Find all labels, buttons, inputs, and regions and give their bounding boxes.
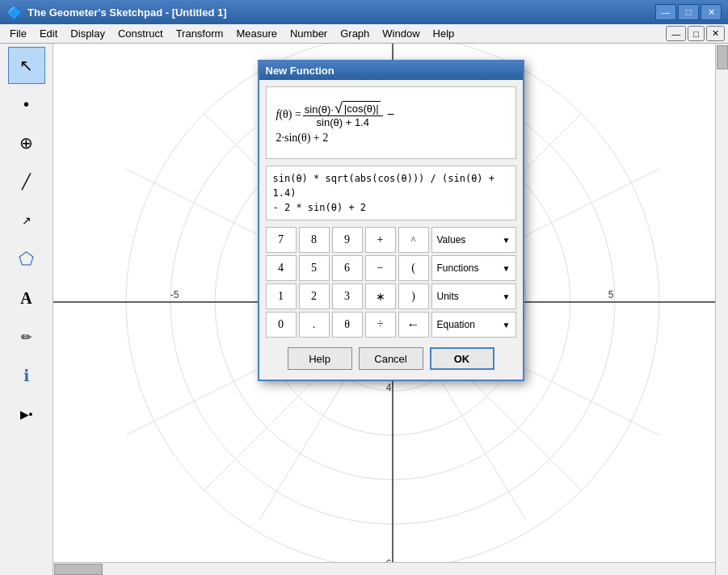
formula-fraction: sin(θ)·√|cos(θ)| sin(θ) + 1.4 — [303, 101, 383, 128]
menu-close-btn[interactable]: ✕ — [706, 26, 725, 41]
toolbar: ↖ • ⊕ ╱ ↗ ⬠ A ✏ ℹ ▶• — [0, 44, 53, 575]
menu-graph[interactable]: Graph — [334, 26, 376, 41]
units-label: Units — [437, 291, 459, 302]
canvas-area: 6 6 5 -5 4 4 1 -1 New Function — [53, 44, 728, 575]
menu-transform[interactable]: Transform — [170, 26, 230, 41]
horizontal-scrollbar[interactable] — [53, 562, 715, 575]
key-8[interactable]: 8 — [299, 227, 330, 253]
point-tool[interactable]: • — [8, 86, 45, 123]
key-theta[interactable]: θ — [332, 312, 363, 338]
pencil-tool[interactable]: ✏ — [8, 318, 45, 355]
ok-button[interactable]: OK — [430, 347, 494, 370]
equation-dropdown[interactable]: Equation ▼ — [431, 312, 516, 338]
minimize-button[interactable]: — — [655, 4, 676, 20]
key-multiply[interactable]: ∗ — [365, 283, 396, 309]
menu-bar-controls: — □ ✕ — [666, 26, 725, 41]
key-dot[interactable]: . — [299, 312, 330, 338]
formula-display: f (θ) = sin(θ)·√|cos(θ)| sin(θ) + 1.4 − — [266, 86, 516, 159]
formula-paren-open: (θ) = — [279, 108, 301, 121]
key-3[interactable]: 3 — [332, 283, 363, 309]
equation-label: Equation — [437, 319, 475, 330]
keypad: 7 8 9 + ^ Values ▼ 4 5 6 − — [266, 227, 516, 338]
functions-label: Functions — [437, 262, 479, 274]
menu-restore-btn[interactable]: □ — [688, 26, 705, 41]
ray-tool[interactable]: ↗ — [8, 202, 45, 239]
text-tool[interactable]: A — [8, 279, 45, 317]
sqrt-wrapper: √|cos(θ)| — [335, 101, 381, 115]
compass-tool[interactable]: ⊕ — [8, 124, 45, 162]
key-paren-open[interactable]: ( — [398, 255, 429, 281]
key-2[interactable]: 2 — [299, 283, 330, 309]
formula-line-1: f (θ) = sin(θ)·√|cos(θ)| sin(θ) + 1.4 − — [276, 101, 506, 128]
maximize-button[interactable]: □ — [678, 4, 699, 20]
key-9[interactable]: 9 — [332, 227, 363, 253]
menu-number[interactable]: Number — [284, 26, 334, 41]
key-power[interactable]: ^ — [398, 227, 429, 253]
dialog-buttons: Help Cancel OK — [266, 344, 516, 373]
values-dropdown[interactable]: Values ▼ — [431, 227, 516, 253]
info-tool[interactable]: ℹ — [8, 357, 45, 394]
line-tool[interactable]: ╱ — [8, 163, 45, 200]
key-divide[interactable]: ÷ — [365, 312, 396, 338]
formula-denominator: sin(θ) + 1.4 — [315, 116, 371, 128]
app-icon: 🔷 — [6, 5, 23, 20]
key-7[interactable]: 7 — [266, 227, 297, 253]
window-title: The Geometer's Sketchpad - [Untitled 1] — [27, 6, 227, 19]
menu-measure[interactable]: Measure — [229, 26, 284, 41]
formula-line-2: 2·sin(θ) + 2 — [276, 132, 506, 145]
dialog-title: New Function — [266, 65, 335, 77]
key-0[interactable]: 0 — [266, 312, 297, 338]
menu-edit[interactable]: Edit — [33, 26, 64, 41]
functions-arrow: ▼ — [503, 264, 511, 273]
key-4[interactable]: 4 — [266, 255, 297, 281]
menu-bar: File Edit Display Construct Transform Me… — [0, 24, 728, 44]
formula-second-term: 2·sin(θ) + 2 — [276, 132, 329, 145]
values-arrow: ▼ — [503, 236, 511, 245]
help-button[interactable]: Help — [288, 347, 352, 370]
formula-minus: − — [387, 107, 394, 122]
new-function-dialog: New Function f (θ) = sin(θ)·√|cos(θ)| — [258, 60, 524, 381]
dialog-overlay: New Function f (θ) = sin(θ)·√|cos(θ)| — [53, 44, 728, 575]
key-5[interactable]: 5 — [299, 255, 330, 281]
polygon-tool[interactable]: ⬠ — [8, 241, 45, 278]
values-label: Values — [437, 234, 466, 246]
close-button[interactable]: ✕ — [701, 4, 722, 20]
expr-text: sin(θ) * sqrt(abs(cos(θ))) / (sin(θ) + 1… — [273, 173, 495, 213]
units-dropdown[interactable]: Units ▼ — [431, 283, 516, 309]
dialog-title-bar: New Function — [259, 61, 523, 80]
units-arrow: ▼ — [503, 292, 511, 301]
dialog-body: f (θ) = sin(θ)·√|cos(θ)| sin(θ) + 1.4 − — [259, 80, 523, 380]
key-6[interactable]: 6 — [332, 255, 363, 281]
menu-construct[interactable]: Construct — [112, 26, 170, 41]
key-1[interactable]: 1 — [266, 283, 297, 309]
menu-help[interactable]: Help — [427, 26, 461, 41]
menu-file[interactable]: File — [3, 26, 33, 41]
key-minus[interactable]: − — [365, 255, 396, 281]
vertical-scrollbar[interactable] — [715, 44, 728, 575]
cancel-button[interactable]: Cancel — [359, 347, 423, 370]
title-bar: 🔷 The Geometer's Sketchpad - [Untitled 1… — [0, 0, 728, 24]
sqrt-content: |cos(θ)| — [343, 101, 381, 115]
functions-dropdown[interactable]: Functions ▼ — [431, 255, 516, 281]
menu-minimize-btn[interactable]: — — [666, 26, 686, 41]
title-bar-controls: — □ ✕ — [655, 4, 722, 20]
key-backspace[interactable]: ← — [398, 312, 429, 338]
more-tool[interactable]: ▶• — [8, 396, 45, 433]
formula-numerator: sin(θ)·√|cos(θ)| — [303, 101, 383, 116]
menu-display[interactable]: Display — [64, 26, 112, 41]
key-plus[interactable]: + — [365, 227, 396, 253]
menu-window[interactable]: Window — [376, 26, 426, 41]
main-area: ↖ • ⊕ ╱ ↗ ⬠ A ✏ ℹ ▶• — [0, 44, 728, 575]
key-paren-close[interactable]: ) — [398, 283, 429, 309]
select-tool[interactable]: ↖ — [8, 47, 45, 84]
equation-arrow: ▼ — [503, 321, 511, 329]
sqrt-symbol: √ — [335, 101, 343, 115]
expr-input[interactable]: sin(θ) * sqrt(abs(cos(θ))) / (sin(θ) + 1… — [266, 166, 516, 220]
title-bar-left: 🔷 The Geometer's Sketchpad - [Untitled 1… — [6, 5, 227, 20]
